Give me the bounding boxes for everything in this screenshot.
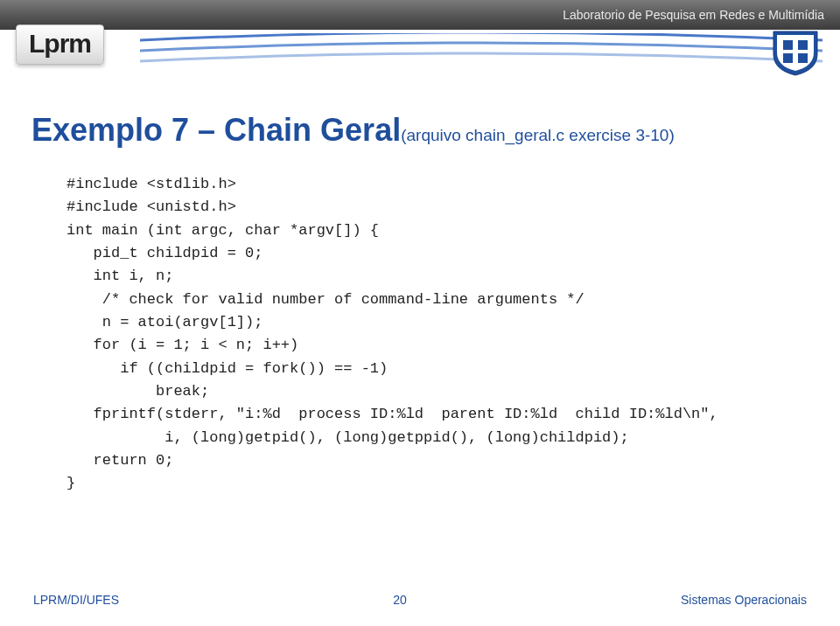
code-line: #include <unistd.h> (66, 198, 236, 215)
lprm-logo-text: Lprm (29, 29, 91, 58)
footer: LPRM/DI/UFES 20 Sistemas Operacionais (0, 593, 840, 607)
footer-left: LPRM/DI/UFES (33, 593, 119, 607)
footer-right: Sistemas Operacionais (681, 593, 807, 607)
slide-title: Exemplo 7 – Chain Geral(arquivo chain_ge… (32, 112, 675, 149)
code-line: int i, n; (66, 268, 173, 284)
code-line: /* check for valid number of command-lin… (66, 291, 584, 308)
code-line: pid_t childpid = 0; (66, 245, 262, 261)
svg-rect-0 (783, 40, 793, 50)
logo-row: Lprm (0, 30, 840, 91)
code-line: n = atoi(argv[1]); (66, 314, 262, 330)
title-sub: (arquivo chain_geral.c exercise 3-10) (401, 126, 675, 144)
code-line: return 0; (66, 452, 173, 469)
header-arcs-decoration (140, 33, 822, 68)
svg-rect-1 (798, 40, 808, 50)
code-line: if ((childpid = fork()) == -1) (66, 360, 388, 377)
header-bar: Laboratorio de Pesquisa em Redes e Multi… (0, 0, 840, 30)
title-main: Exemplo 7 – Chain Geral (32, 112, 401, 148)
code-line: int main (int argc, char *argv[]) { (66, 222, 379, 239)
svg-rect-3 (798, 53, 808, 63)
footer-page-number: 20 (393, 593, 407, 607)
code-line: fprintf(stderr, "i:%d process ID:%ld par… (66, 406, 718, 422)
ufes-shield-icon (770, 28, 821, 77)
code-line: } (66, 475, 75, 491)
code-block: #include <stdlib.h> #include <unistd.h> … (66, 173, 718, 496)
code-line: #include <stdlib.h> (66, 176, 236, 192)
code-line: i, (long)getpid(), (long)getppid(), (lon… (66, 429, 629, 446)
lab-name: Laboratorio de Pesquisa em Redes e Multi… (563, 8, 824, 22)
code-line: break; (66, 383, 209, 400)
lprm-logo: Lprm (16, 24, 104, 65)
code-line: for (i = 1; i < n; i++) (66, 337, 298, 353)
svg-rect-2 (783, 53, 793, 63)
